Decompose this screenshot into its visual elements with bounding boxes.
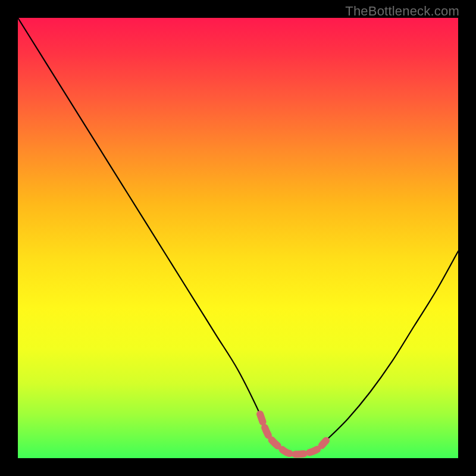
watermark-text: TheBottleneck.com <box>345 4 459 19</box>
chart-frame: TheBottleneck.com <box>0 0 476 476</box>
bottleneck-curve-line <box>18 18 458 455</box>
optimum-segment-line <box>260 414 326 455</box>
chart-svg <box>18 18 458 458</box>
series-group <box>18 18 458 455</box>
plot-area <box>18 18 458 458</box>
